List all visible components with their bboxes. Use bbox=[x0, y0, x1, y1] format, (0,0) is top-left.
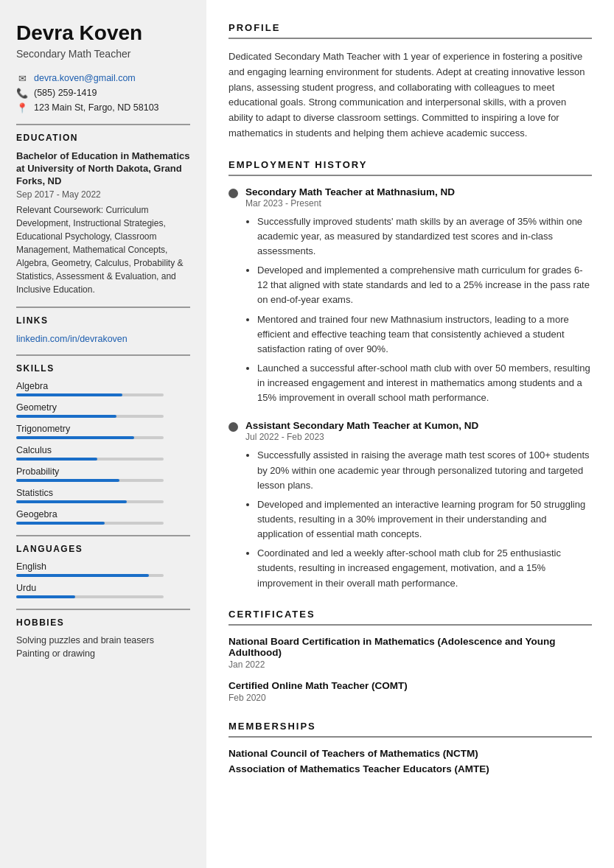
job-dot bbox=[228, 422, 238, 432]
language-bar-fill bbox=[16, 574, 149, 577]
job-dates: Jul 2022 - Feb 2023 bbox=[245, 432, 592, 442]
job-bullet: Developed and implemented a comprehensiv… bbox=[257, 263, 592, 307]
language-bar-bg bbox=[16, 574, 164, 577]
education-section-title: EDUCATION bbox=[16, 133, 190, 143]
job-bullet: Launched a successful after-school math … bbox=[257, 361, 592, 405]
languages-section-title: LANGUAGES bbox=[16, 544, 190, 554]
contact-email: ✉ devra.koven@gmail.com bbox=[16, 73, 190, 84]
job-bullets: Successfully improved students' math ski… bbox=[245, 214, 592, 406]
location-icon: 📍 bbox=[16, 102, 28, 113]
job-block: Secondary Math Teacher at Mathnasium, ND… bbox=[228, 186, 592, 406]
skill-bar-fill bbox=[16, 458, 97, 461]
employment-section-title: EMPLOYMENT HISTORY bbox=[228, 159, 592, 170]
cert-name: Certified Online Math Teacher (COMT) bbox=[228, 680, 592, 691]
phone-icon: 📞 bbox=[16, 88, 28, 99]
skill-bar-fill bbox=[16, 393, 122, 396]
cert-block: National Board Certification in Mathemat… bbox=[228, 636, 592, 670]
certificates-section-title: CERTIFICATES bbox=[228, 609, 592, 620]
job-bullets: Successfully assisted in raising the ave… bbox=[245, 448, 592, 590]
edu-dates: Sep 2017 - May 2022 bbox=[16, 189, 190, 200]
skills-section-title: SKILLS bbox=[16, 363, 190, 374]
skill-item: Trigonometry bbox=[16, 424, 190, 439]
skill-name: Calculus bbox=[16, 445, 190, 455]
skill-bar-bg bbox=[16, 393, 164, 396]
cert-block: Certified Online Math Teacher (COMT) Feb… bbox=[228, 680, 592, 703]
skill-item: Statistics bbox=[16, 488, 190, 503]
linkedin-link[interactable]: linkedin.com/in/devrakoven bbox=[16, 333, 190, 344]
skill-item: Algebra bbox=[16, 381, 190, 396]
job-bullet: Developed and implemented an interactive… bbox=[257, 497, 592, 542]
skill-name: Trigonometry bbox=[16, 424, 190, 434]
cert-date: Feb 2020 bbox=[228, 693, 592, 703]
skill-bar-fill bbox=[16, 522, 105, 525]
language-item: English bbox=[16, 561, 190, 577]
skill-bar-bg bbox=[16, 479, 164, 482]
membership-item: Association of Mathematics Teacher Educa… bbox=[228, 763, 592, 774]
skill-name: Algebra bbox=[16, 381, 190, 391]
contact-phone: 📞 (585) 259-1419 bbox=[16, 88, 190, 99]
edu-coursework: Relevant Coursework: Curriculum Developm… bbox=[16, 203, 190, 296]
skill-bar-fill bbox=[16, 436, 134, 439]
skill-name: Probability bbox=[16, 466, 190, 477]
links-section-title: LINKS bbox=[16, 315, 190, 326]
edu-degree: Bachelor of Education in Mathematics at … bbox=[16, 150, 190, 188]
certificates-section: CERTIFICATES National Board Certificatio… bbox=[228, 609, 592, 703]
email-icon: ✉ bbox=[16, 73, 28, 84]
skill-name: Statistics bbox=[16, 488, 190, 498]
language-name: English bbox=[16, 561, 190, 572]
skill-name: Geogebra bbox=[16, 509, 190, 519]
language-item: Urdu bbox=[16, 583, 190, 598]
skill-item: Probability bbox=[16, 466, 190, 482]
job-bullet: Mentored and trained four new Mathnasium… bbox=[257, 312, 592, 357]
memberships-section: MEMBERSHIPS National Council of Teachers… bbox=[228, 721, 592, 774]
hobbies-section-title: HOBBIES bbox=[16, 617, 190, 628]
skill-bar-bg bbox=[16, 436, 164, 439]
language-bar-bg bbox=[16, 595, 164, 598]
job-dates: Mar 2023 - Present bbox=[245, 198, 592, 209]
job-bullet: Successfully improved students' math ski… bbox=[257, 214, 592, 259]
sidebar: Devra Koven Secondary Math Teacher ✉ dev… bbox=[0, 0, 206, 868]
sidebar-name: Devra Koven bbox=[16, 22, 190, 45]
job-title: Secondary Math Teacher at Mathnasium, ND bbox=[245, 186, 455, 197]
membership-item: National Council of Teachers of Mathemat… bbox=[228, 748, 592, 759]
skill-item: Calculus bbox=[16, 445, 190, 461]
skill-name: Geometry bbox=[16, 402, 190, 413]
job-title: Assistant Secondary Math Teacher at Kumo… bbox=[245, 420, 478, 431]
skill-bar-fill bbox=[16, 415, 116, 418]
memberships-section-title: MEMBERSHIPS bbox=[228, 721, 592, 732]
language-bar-fill bbox=[16, 595, 75, 598]
profile-text: Dedicated Secondary Math Teacher with 1 … bbox=[228, 49, 592, 141]
sidebar-title: Secondary Math Teacher bbox=[16, 48, 190, 60]
job-bullet: Coordinated and led a weekly after-schoo… bbox=[257, 546, 592, 590]
job-dot bbox=[228, 189, 238, 198]
profile-section-title: PROFILE bbox=[228, 22, 592, 33]
hobby-item: Solving puzzles and brain teasers bbox=[16, 635, 190, 645]
language-name: Urdu bbox=[16, 583, 190, 593]
skill-bar-fill bbox=[16, 500, 127, 503]
cert-date: Jan 2022 bbox=[228, 659, 592, 670]
skill-bar-fill bbox=[16, 479, 119, 482]
skill-item: Geometry bbox=[16, 402, 190, 418]
skill-item: Geogebra bbox=[16, 509, 190, 525]
hobby-item: Painting or drawing bbox=[16, 648, 190, 659]
skill-bar-bg bbox=[16, 458, 164, 461]
skill-bar-bg bbox=[16, 522, 164, 525]
contact-address: 📍 123 Main St, Fargo, ND 58103 bbox=[16, 102, 190, 113]
main-content: PROFILE Dedicated Secondary Math Teacher… bbox=[206, 0, 614, 868]
skill-bar-bg bbox=[16, 415, 164, 418]
cert-name: National Board Certification in Mathemat… bbox=[228, 636, 592, 658]
job-block: Assistant Secondary Math Teacher at Kumo… bbox=[228, 420, 592, 590]
profile-section: PROFILE Dedicated Secondary Math Teacher… bbox=[228, 22, 592, 141]
employment-section: EMPLOYMENT HISTORY Secondary Math Teache… bbox=[228, 159, 592, 591]
skill-bar-bg bbox=[16, 500, 164, 503]
job-bullet: Successfully assisted in raising the ave… bbox=[257, 448, 592, 492]
